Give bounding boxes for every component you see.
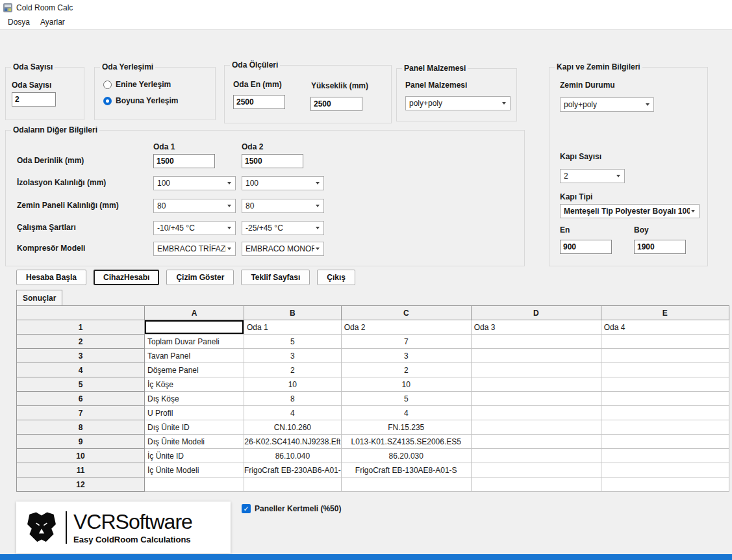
cell-E12[interactable] [601, 477, 729, 492]
hesaba-basla-button[interactable]: Hesaba Başla [16, 270, 86, 285]
cell-A5[interactable]: İç Köşe [145, 377, 244, 392]
cell-A8[interactable]: Dış Ünite ID [145, 420, 244, 435]
cell-E9[interactable] [601, 435, 729, 449]
cell-C4[interactable]: 2 [341, 363, 471, 377]
cell-C1[interactable]: Oda 2 [341, 320, 471, 335]
cell-B7[interactable]: 4 [244, 406, 342, 420]
cell-E11[interactable] [601, 463, 729, 477]
grid-col-header-d[interactable]: D [471, 306, 601, 320]
cell-B11[interactable]: FrigoCraft EB-230AB6-A01- [244, 463, 342, 477]
cell-D10[interactable] [471, 449, 601, 463]
cell-E3[interactable] [601, 349, 729, 363]
calisma-sartlari-1-select[interactable]: -10/+45 °C [153, 221, 236, 235]
cell-D3[interactable] [471, 349, 601, 363]
cell-D2[interactable] [471, 335, 601, 349]
cell-A11[interactable]: İç Ünite Modeli [145, 463, 244, 477]
cell-C2[interactable]: 7 [341, 335, 471, 349]
calisma-sartlari-2-select[interactable]: -25/+45 °C [242, 221, 324, 235]
teklif-sayfasi-button[interactable]: Teklif Sayfası [241, 270, 310, 285]
grid-row-header-6[interactable]: 6 [17, 392, 145, 406]
oda-derinlik-2-input[interactable] [242, 154, 303, 168]
kapi-sayisi-select[interactable]: 2 [560, 169, 625, 183]
zemin-durumu-select[interactable]: poly+poly [560, 97, 654, 112]
cell-B1[interactable]: Oda 1 [244, 320, 342, 335]
kompresor-modeli-1-select[interactable]: EMBRACO TRİFAZE [153, 242, 236, 256]
grid-row-header-7[interactable]: 7 [17, 406, 145, 420]
kapi-boy-input[interactable] [634, 240, 686, 254]
cell-B4[interactable]: 2 [244, 363, 342, 377]
cell-D7[interactable] [471, 406, 601, 420]
izolasyon-kalinligi-2-select[interactable]: 100 [242, 176, 324, 190]
grid-row-header-11[interactable]: 11 [17, 463, 145, 477]
cell-A9[interactable]: Dış Ünite Modeli [145, 435, 244, 449]
oda-en-input[interactable] [233, 95, 285, 109]
kapi-en-input[interactable] [560, 240, 612, 254]
grid-col-header-a[interactable]: A [145, 306, 244, 320]
cell-C10[interactable]: 86.20.030 [341, 449, 471, 463]
cell-B12[interactable] [244, 477, 342, 492]
cell-A3[interactable]: Tavan Panel [145, 349, 244, 363]
zemin-paneli-kalinligi-1-select[interactable]: 80 [153, 199, 236, 213]
cell-D1[interactable]: Oda 3 [471, 320, 601, 335]
cell-D8[interactable] [471, 420, 601, 435]
grid-row-header-9[interactable]: 9 [17, 435, 145, 449]
cell-C12[interactable] [341, 477, 471, 492]
cell-C3[interactable]: 3 [341, 349, 471, 363]
cell-E10[interactable] [601, 449, 729, 463]
cell-C9[interactable]: L013-K01.SZ4135.SE2006.ES5 [341, 435, 471, 449]
cell-A1[interactable] [145, 320, 244, 335]
paneller-kertmeli-checkbox[interactable]: Paneller Kertmeli (%50) [242, 504, 341, 513]
grid-corner[interactable] [17, 306, 145, 320]
cell-A12[interactable] [145, 477, 244, 492]
cell-D4[interactable] [471, 363, 601, 377]
cikis-button[interactable]: Çıkış [317, 270, 355, 285]
cell-B5[interactable]: 10 [244, 377, 342, 392]
menu-item-ayarlar[interactable]: Ayarlar [35, 16, 70, 29]
grid-row-header-8[interactable]: 8 [17, 420, 145, 435]
cell-A6[interactable]: Dış Köşe [145, 392, 244, 406]
cell-D6[interactable] [471, 392, 601, 406]
cihaz-hesabi-button[interactable]: CihazHesabı [94, 270, 159, 285]
cell-D9[interactable] [471, 435, 601, 449]
yukseklik-input[interactable] [310, 97, 362, 111]
grid-col-header-c[interactable]: C [341, 306, 471, 320]
zemin-paneli-kalinligi-2-select[interactable]: 80 [242, 199, 324, 213]
tab-sonuclar[interactable]: Sonuçlar [16, 290, 62, 305]
radio-option-1[interactable]: Enine Yerleşim [103, 80, 171, 89]
cell-E4[interactable] [601, 363, 729, 377]
grid-col-header-b[interactable]: B [244, 306, 342, 320]
cell-E5[interactable] [601, 377, 729, 392]
cell-C6[interactable]: 5 [341, 392, 471, 406]
cell-A7[interactable]: U Profil [145, 406, 244, 420]
kompresor-modeli-2-select[interactable]: EMBRACO MONOF [242, 242, 324, 256]
cell-C11[interactable]: FrigoCraft EB-130AE8-A01-S [341, 463, 471, 477]
cell-B2[interactable]: 5 [244, 335, 342, 349]
izolasyon-kalinligi-1-select[interactable]: 100 [153, 176, 236, 190]
grid-row-header-4[interactable]: 4 [17, 363, 145, 377]
cell-D5[interactable] [471, 377, 601, 392]
kapi-tipi-select[interactable]: Menteşeli Tip Polyester Boyalı 100 [560, 204, 700, 218]
cell-B10[interactable]: 86.10.040 [244, 449, 342, 463]
cell-A10[interactable]: İç Ünite ID [145, 449, 244, 463]
cell-A2[interactable]: Toplam Duvar Paneli [145, 335, 244, 349]
oda-derinlik-1-input[interactable] [153, 154, 215, 168]
cell-B8[interactable]: CN.10.260 [244, 420, 342, 435]
cell-C5[interactable]: 10 [341, 377, 471, 392]
grid-row-header-10[interactable]: 10 [17, 449, 145, 463]
grid-row-header-2[interactable]: 2 [17, 335, 145, 349]
cell-C7[interactable]: 4 [341, 406, 471, 420]
cell-B3[interactable]: 3 [244, 349, 342, 363]
oda-sayisi-input[interactable] [12, 92, 56, 107]
cell-E2[interactable] [601, 335, 729, 349]
grid-row-header-12[interactable]: 12 [17, 477, 145, 492]
panel-malzemesi-select[interactable]: poly+poly [405, 96, 511, 110]
cizim-goster-button[interactable]: Çizim Göster [166, 270, 234, 285]
grid-row-header-1[interactable]: 1 [17, 320, 145, 335]
cell-D11[interactable] [471, 463, 601, 477]
cell-E1[interactable]: Oda 4 [601, 320, 729, 335]
cell-B9[interactable]: 26-K02.SC4140.NJ9238.Eft [244, 435, 342, 449]
cell-B6[interactable]: 8 [244, 392, 342, 406]
cell-C8[interactable]: FN.15.235 [341, 420, 471, 435]
cell-E6[interactable] [601, 392, 729, 406]
grid-row-header-3[interactable]: 3 [17, 349, 145, 363]
